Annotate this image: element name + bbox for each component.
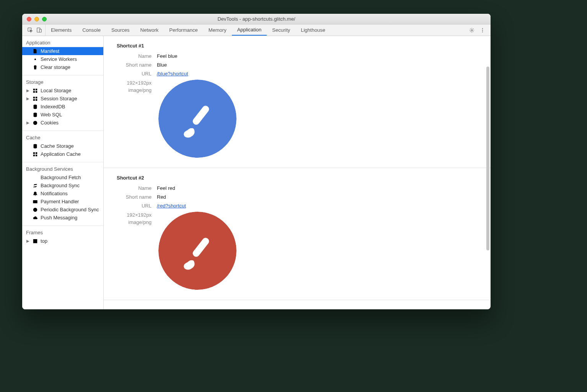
sidebar-item-web-sql[interactable]: ▶Web SQL bbox=[22, 111, 103, 119]
sidebar-item-top[interactable]: ▶top bbox=[22, 237, 103, 245]
field-value-shortname: Blue bbox=[157, 62, 167, 68]
settings-icon[interactable] bbox=[469, 28, 474, 33]
sidebar-item-session-storage[interactable]: ▶Session Storage bbox=[22, 95, 103, 103]
tab-network[interactable]: Network bbox=[135, 24, 164, 36]
sidebar-item-clear-storage[interactable]: ▶Clear storage bbox=[22, 63, 103, 71]
gear-icon bbox=[33, 57, 38, 62]
field-label-name: Name bbox=[117, 53, 157, 59]
expand-arrow-icon[interactable]: ▶ bbox=[26, 239, 30, 243]
field-value-name: Feel blue bbox=[157, 53, 177, 59]
frame-icon bbox=[33, 238, 38, 244]
tab-performance[interactable]: Performance bbox=[164, 24, 203, 36]
scrollbar-thumb[interactable] bbox=[486, 67, 489, 250]
svg-point-3 bbox=[471, 29, 473, 31]
sidebar-item-background-sync[interactable]: ▶Background Sync bbox=[22, 181, 103, 189]
sidebar-group-title: Storage bbox=[22, 77, 103, 87]
tab-application[interactable]: Application bbox=[232, 24, 267, 36]
more-icon[interactable] bbox=[480, 28, 485, 33]
field-label-name: Name bbox=[117, 185, 157, 191]
window-minimize-button[interactable] bbox=[34, 17, 39, 21]
sidebar-item-label: Session Storage bbox=[41, 96, 77, 101]
sidebar-item-manifest[interactable]: ▶Manifest bbox=[22, 47, 103, 55]
expand-arrow-icon[interactable]: ▶ bbox=[26, 121, 30, 125]
sidebar-item-label: Clear storage bbox=[41, 64, 70, 70]
tab-security[interactable]: Security bbox=[267, 24, 295, 36]
grid-icon bbox=[33, 88, 38, 93]
shortcut-icon-image bbox=[158, 80, 236, 158]
field-label-shortname: Short name bbox=[117, 194, 157, 200]
sidebar-item-label: Payment Handler bbox=[41, 199, 79, 204]
window-zoom-button[interactable] bbox=[42, 17, 47, 21]
file-icon bbox=[33, 49, 38, 54]
window-title: DevTools - app-shortcuts.glitch.me/ bbox=[22, 16, 491, 22]
titlebar: DevTools - app-shortcuts.glitch.me/ bbox=[22, 14, 491, 24]
tab-sources[interactable]: Sources bbox=[106, 24, 135, 36]
shortcut-icon-image bbox=[158, 212, 236, 290]
field-label-iconmeta: 192×192px image/png bbox=[117, 212, 157, 226]
sidebar-item-label: IndexedDB bbox=[41, 104, 65, 109]
shortcut-heading: Shortcut #1 bbox=[117, 43, 487, 49]
sidebar-item-label: Background Sync bbox=[41, 183, 80, 188]
bell-icon bbox=[33, 191, 38, 196]
tab-memory[interactable]: Memory bbox=[203, 24, 232, 36]
card-icon bbox=[33, 199, 38, 204]
sidebar-item-application-cache[interactable]: ▶Application Cache bbox=[22, 150, 103, 158]
clock-icon bbox=[33, 207, 38, 212]
svg-rect-2 bbox=[39, 29, 41, 32]
grid-icon bbox=[33, 96, 38, 101]
grid-icon bbox=[33, 152, 38, 157]
devtools-window: DevTools - app-shortcuts.glitch.me/ Elem… bbox=[22, 14, 491, 309]
sidebar-item-cache-storage[interactable]: ▶Cache Storage bbox=[22, 142, 103, 150]
field-label-iconmeta: 192×192px image/png bbox=[117, 80, 157, 94]
sidebar-group-title: Application bbox=[22, 38, 103, 47]
cloud-icon bbox=[33, 215, 38, 220]
field-value-name: Feel red bbox=[157, 185, 175, 191]
tab-console[interactable]: Console bbox=[77, 24, 106, 36]
application-sidebar[interactable]: Application▶Manifest▶Service Workers▶Cle… bbox=[22, 36, 104, 309]
manifest-content[interactable]: Shortcut #1 Name Feel blue Short name Bl… bbox=[104, 36, 491, 309]
expand-arrow-icon[interactable]: ▶ bbox=[26, 96, 30, 101]
device-toggle-icon[interactable] bbox=[37, 28, 42, 33]
trash-icon bbox=[33, 65, 38, 70]
field-label-url: URL bbox=[117, 71, 157, 77]
sidebar-group-title: Background Services bbox=[22, 164, 103, 173]
sync-icon bbox=[33, 183, 38, 188]
shortcut-section: Shortcut #1 Name Feel blue Short name Bl… bbox=[104, 36, 491, 168]
sidebar-item-label: Service Workers bbox=[41, 56, 77, 62]
sidebar-item-label: top bbox=[41, 238, 47, 244]
sidebar-item-payment-handler[interactable]: ▶Payment Handler bbox=[22, 198, 103, 206]
sidebar-item-indexeddb[interactable]: ▶IndexedDB bbox=[22, 103, 103, 111]
field-value-shortname: Red bbox=[157, 194, 166, 200]
sidebar-item-label: Cache Storage bbox=[41, 143, 74, 149]
tab-elements[interactable]: Elements bbox=[46, 24, 77, 36]
field-label-shortname: Short name bbox=[117, 62, 157, 68]
sidebar-item-label: Push Messaging bbox=[41, 215, 77, 220]
db-icon bbox=[33, 144, 38, 149]
sidebar-group-title: Cache bbox=[22, 132, 103, 142]
sidebar-group-title: Frames bbox=[22, 227, 103, 237]
inspect-icon[interactable] bbox=[28, 28, 33, 33]
shortcut-url-link[interactable]: /red?shortcut bbox=[157, 203, 186, 209]
sidebar-item-service-workers[interactable]: ▶Service Workers bbox=[22, 55, 103, 63]
cookie-icon bbox=[33, 120, 38, 126]
expand-arrow-icon[interactable]: ▶ bbox=[26, 88, 30, 93]
sidebar-item-cookies[interactable]: ▶Cookies bbox=[22, 119, 103, 127]
updown-icon bbox=[33, 175, 38, 180]
sidebar-item-periodic-background-sync[interactable]: ▶Periodic Background Sync bbox=[22, 206, 103, 214]
sidebar-item-background-fetch[interactable]: ▶Background Fetch bbox=[22, 173, 103, 181]
sidebar-item-label: Application Cache bbox=[41, 151, 81, 157]
panel-tabstrip: ElementsConsoleSourcesNetworkPerformance… bbox=[22, 24, 491, 36]
shortcut-url-link[interactable]: /blue?shortcut bbox=[157, 71, 188, 77]
sidebar-item-label: Local Storage bbox=[41, 88, 71, 93]
sidebar-item-notifications[interactable]: ▶Notifications bbox=[22, 189, 103, 198]
svg-point-6 bbox=[482, 31, 483, 32]
sidebar-item-label: Cookies bbox=[41, 120, 59, 126]
field-label-url: URL bbox=[117, 203, 157, 209]
sidebar-item-push-messaging[interactable]: ▶Push Messaging bbox=[22, 214, 103, 222]
window-close-button[interactable] bbox=[27, 17, 31, 21]
sidebar-item-label: Background Fetch bbox=[41, 175, 81, 180]
svg-point-4 bbox=[482, 28, 483, 29]
sidebar-item-label: Periodic Background Sync bbox=[41, 207, 99, 212]
sidebar-item-local-storage[interactable]: ▶Local Storage bbox=[22, 87, 103, 95]
tab-lighthouse[interactable]: Lighthouse bbox=[295, 24, 331, 36]
